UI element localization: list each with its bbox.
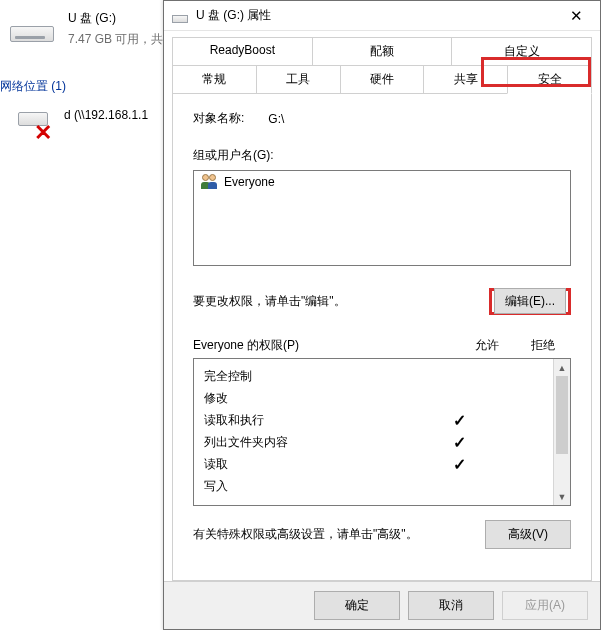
permission-row[interactable]: 列出文件夹内容✓ bbox=[204, 431, 543, 453]
dialog-footer: 确定 取消 应用(A) bbox=[164, 581, 600, 629]
object-name-value: G:\ bbox=[268, 112, 284, 126]
ok-button[interactable]: 确定 bbox=[314, 591, 400, 620]
permissions-header-name: Everyone 的权限(P) bbox=[193, 337, 459, 354]
permission-row[interactable]: 读取和执行✓ bbox=[204, 409, 543, 431]
permission-label: 写入 bbox=[204, 478, 431, 495]
usb-drive-icon bbox=[172, 9, 190, 23]
edit-hint-text: 要更改权限，请单击"编辑"。 bbox=[193, 293, 346, 310]
tabs: ReadyBoost 配额 自定义 常规 工具 硬件 共享 安全 bbox=[164, 31, 600, 94]
tab-sharing[interactable]: 共享 bbox=[423, 65, 508, 94]
permission-allow-mark: ✓ bbox=[431, 455, 487, 474]
permission-label: 读取 bbox=[204, 456, 431, 473]
scroll-up-icon[interactable]: ▲ bbox=[554, 359, 570, 376]
cancel-button[interactable]: 取消 bbox=[408, 591, 494, 620]
apply-button[interactable]: 应用(A) bbox=[502, 591, 588, 620]
tab-tools[interactable]: 工具 bbox=[256, 65, 341, 94]
tab-readyboost[interactable]: ReadyBoost bbox=[172, 37, 313, 65]
permission-allow-mark: ✓ bbox=[431, 433, 487, 452]
user-name: Everyone bbox=[224, 175, 275, 189]
permission-label: 完全控制 bbox=[204, 368, 431, 385]
drive-item[interactable]: U 盘 (G:) 7.47 GB 可用，共 bbox=[10, 10, 163, 48]
tab-general[interactable]: 常规 bbox=[172, 65, 257, 94]
scroll-thumb[interactable] bbox=[556, 376, 568, 454]
close-button[interactable]: ✕ bbox=[554, 2, 598, 30]
edit-button[interactable]: 编辑(E)... bbox=[494, 288, 566, 314]
tab-customize[interactable]: 自定义 bbox=[451, 37, 592, 65]
network-drive-disconnected-icon: ✕ bbox=[18, 108, 54, 140]
titlebar[interactable]: U 盘 (G:) 属性 ✕ bbox=[164, 1, 600, 31]
drive-subtext: 7.47 GB 可用，共 bbox=[68, 31, 163, 48]
permission-label: 列出文件夹内容 bbox=[204, 434, 431, 451]
network-location-label: d (\\192.168.1.1 bbox=[64, 108, 148, 122]
tab-quota[interactable]: 配额 bbox=[312, 37, 453, 65]
user-row-everyone[interactable]: Everyone bbox=[194, 171, 570, 193]
permission-row[interactable]: 修改 bbox=[204, 387, 543, 409]
properties-dialog: U 盘 (G:) 属性 ✕ ReadyBoost 配额 自定义 常规 工具 硬件… bbox=[163, 0, 601, 630]
permissions-header-deny: 拒绝 bbox=[515, 337, 571, 354]
permission-allow-mark: ✓ bbox=[431, 411, 487, 430]
permission-label: 修改 bbox=[204, 390, 431, 407]
permission-label: 读取和执行 bbox=[204, 412, 431, 429]
advanced-button[interactable]: 高级(V) bbox=[485, 520, 571, 549]
tab-security[interactable]: 安全 bbox=[507, 65, 592, 94]
users-listbox[interactable]: Everyone bbox=[193, 170, 571, 266]
tab-hardware[interactable]: 硬件 bbox=[340, 65, 425, 94]
scrollbar[interactable]: ▲ ▼ bbox=[553, 359, 570, 505]
network-section-header[interactable]: 网络位置 (1) bbox=[0, 78, 66, 95]
advanced-hint-text: 有关特殊权限或高级设置，请单击"高级"。 bbox=[193, 526, 418, 543]
network-location-item[interactable]: ✕ d (\\192.168.1.1 bbox=[18, 108, 148, 140]
permission-row[interactable]: 写入 bbox=[204, 475, 543, 497]
drive-title: U 盘 (G:) bbox=[68, 10, 163, 27]
permission-row[interactable]: 完全控制 bbox=[204, 365, 543, 387]
permissions-header-allow: 允许 bbox=[459, 337, 515, 354]
usb-drive-icon bbox=[10, 10, 58, 42]
dialog-title: U 盘 (G:) 属性 bbox=[196, 7, 554, 24]
object-name-label: 对象名称: bbox=[193, 110, 244, 127]
scroll-down-icon[interactable]: ▼ bbox=[554, 488, 570, 505]
group-icon bbox=[200, 174, 220, 190]
annotation-highlight-edit: 编辑(E)... bbox=[489, 288, 571, 315]
permissions-listbox: 完全控制修改读取和执行✓列出文件夹内容✓读取✓写入 ▲ ▼ bbox=[193, 358, 571, 506]
groups-users-label: 组或用户名(G): bbox=[193, 147, 571, 164]
permission-row[interactable]: 读取✓ bbox=[204, 453, 543, 475]
